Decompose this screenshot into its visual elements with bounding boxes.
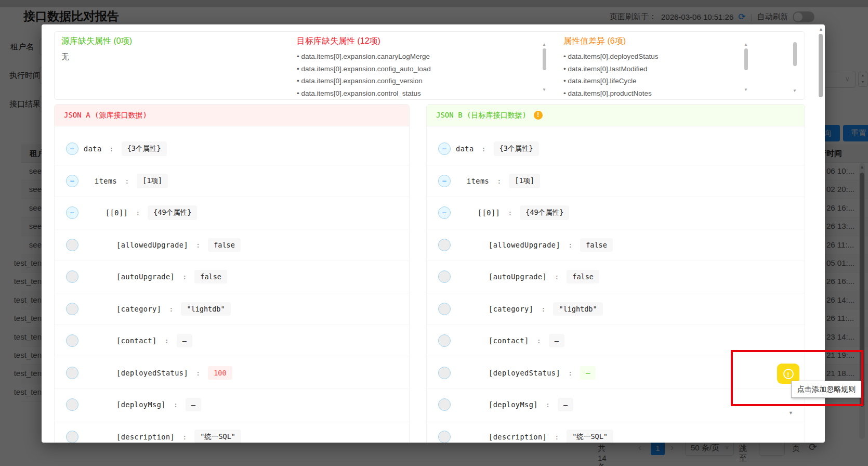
json-colon: :	[125, 177, 129, 185]
leaf-icon[interactable]	[66, 239, 78, 251]
leaf-icon[interactable]	[438, 303, 451, 315]
json-row-content: [description]:"统一SQL"	[116, 421, 241, 443]
scroll-down-icon[interactable]: ▼	[793, 88, 797, 93]
json-value: {49个属性}	[148, 205, 197, 220]
json-key: [deployedStatus]	[489, 369, 560, 377]
json-row-content: [category]:"lightdb"	[116, 293, 231, 325]
json-value: false	[194, 270, 227, 283]
summary-scrollbar[interactable]: ▼	[793, 39, 798, 93]
json-tree-row: −[[0]]:{49个属性}	[427, 197, 805, 229]
json-key: data	[456, 145, 474, 153]
json-colon: :	[497, 177, 501, 185]
scroll-up-icon[interactable]: ▲	[744, 42, 748, 47]
json-key: [contact]	[116, 336, 157, 345]
json-colon: :	[537, 336, 541, 345]
json-row-content: [[0]]:{49个属性}	[478, 197, 569, 229]
json-value: "lightdb"	[553, 302, 602, 316]
json-row-content: [deployedStatus]:–	[489, 357, 596, 389]
list-scrollbar[interactable]: ▲ ▼	[542, 42, 547, 92]
leaf-icon[interactable]	[438, 398, 451, 411]
compare-report-modal: 源库缺失属性 (0项) 无 目标库缺失属性 (12项) • data.items…	[42, 24, 825, 443]
scrollbar-thumb[interactable]	[744, 48, 748, 70]
leaf-icon[interactable]	[66, 431, 78, 443]
leaf-icon[interactable]	[438, 270, 451, 283]
list-scrollbar[interactable]: ▲ ▼	[744, 42, 749, 92]
value-diff-title: 属性值差异 (6项)	[563, 36, 659, 47]
json-tree-row: [category]:"lightdb"	[55, 293, 409, 326]
collapse-icon[interactable]: −	[66, 175, 78, 187]
collapse-icon[interactable]: −	[438, 175, 451, 187]
diff-attr-item: • data.items[0].productNotes	[563, 87, 659, 100]
leaf-icon[interactable]	[438, 431, 451, 443]
json-value: [1项]	[509, 174, 540, 188]
json-tree-row: [category]:"lightdb"	[427, 293, 805, 326]
json-value: "统一SQL"	[567, 430, 613, 443]
json-a-title: JSON A (源库接口数据)	[64, 105, 147, 126]
leaf-icon[interactable]	[438, 239, 451, 251]
json-colon: :	[555, 433, 559, 441]
scrollbar-thumb[interactable]	[819, 34, 823, 97]
json-row-content: [autoUpgrade]:false	[489, 261, 599, 293]
scrollbar-thumb[interactable]	[543, 48, 546, 70]
scroll-up-icon[interactable]: ▲	[542, 42, 546, 47]
json-colon: :	[182, 433, 187, 441]
json-colon: :	[169, 305, 173, 313]
collapse-icon[interactable]: −	[66, 206, 78, 219]
json-key: items	[95, 177, 117, 185]
json-value: {49个属性}	[520, 205, 569, 220]
json-tree-row: −items:[1项]	[55, 165, 409, 198]
json-key: [description]	[489, 433, 547, 441]
json-row-content: [deployMsg]:–	[116, 389, 201, 421]
scrollbar-thumb[interactable]	[793, 42, 797, 66]
json-colon: :	[165, 336, 169, 345]
leaf-icon[interactable]	[66, 270, 78, 283]
collapse-icon[interactable]: −	[438, 143, 451, 155]
json-colon: :	[508, 209, 512, 217]
collapse-icon[interactable]: −	[66, 143, 78, 155]
missing-attr-item: • data.items[0].expansion.config_version	[297, 75, 431, 87]
json-colon: :	[182, 273, 187, 281]
leaf-icon[interactable]	[438, 367, 451, 379]
json-colon: :	[136, 209, 140, 217]
json-value: false	[208, 238, 241, 252]
json-colon: :	[482, 145, 486, 153]
source-missing-title: 源库缺失属性 (0项)	[61, 36, 132, 47]
json-key: data	[84, 145, 102, 153]
json-colon: :	[541, 305, 545, 313]
leaf-icon[interactable]	[66, 334, 78, 347]
json-colon: :	[568, 241, 572, 249]
scroll-down-icon[interactable]: ▼	[744, 87, 748, 92]
json-row-content: [deployedStatus]:100	[116, 357, 232, 389]
json-key: [[0]]	[478, 209, 500, 217]
json-value: 100	[208, 366, 232, 380]
source-missing-section: 源库缺失属性 (0项) 无	[61, 36, 132, 62]
json-tree-row: −data:{3个属性}	[427, 133, 805, 165]
json-key: [allowedUpgrade]	[489, 241, 560, 249]
leaf-icon[interactable]	[66, 367, 78, 379]
json-tree-row: [description]:"统一SQL"	[427, 421, 805, 443]
leaf-icon[interactable]	[66, 398, 78, 411]
json-key: [deployedStatus]	[116, 369, 188, 377]
leaf-icon[interactable]	[66, 303, 78, 315]
collapse-icon[interactable]: −	[438, 206, 451, 219]
scroll-down-icon[interactable]: ▼	[542, 87, 546, 92]
target-missing-section: 目标库缺失属性 (12项) • data.items[0].expansion.…	[297, 36, 431, 99]
json-row-content: [deployMsg]:–	[489, 389, 573, 421]
scroll-up-icon[interactable]: ▲	[819, 27, 823, 32]
value-diff-list: • data.items[0].deployedStatus• data.ite…	[563, 50, 659, 99]
json-colon: :	[555, 273, 559, 281]
json-b-title: JSON B (目标库接口数据)	[436, 105, 527, 126]
json-row-content: items:[1项]	[467, 165, 540, 197]
json-row-content: [contact]:–	[489, 325, 564, 357]
source-missing-empty: 无	[61, 52, 132, 62]
json-key: [autoUpgrade]	[489, 273, 547, 281]
leaf-icon[interactable]	[438, 334, 451, 347]
annotation-highlight-box	[731, 350, 863, 406]
json-tree-row: [deployedStatus]:100	[55, 357, 409, 390]
diff-summary-card: 源库缺失属性 (0项) 无 目标库缺失属性 (12项) • data.items…	[54, 31, 805, 100]
json-key: [autoUpgrade]	[116, 273, 175, 281]
scroll-down-icon[interactable]: ▼	[788, 410, 793, 416]
json-row-content: [autoUpgrade]:false	[116, 261, 227, 293]
json-colon: :	[568, 369, 572, 377]
target-missing-list: • data.items[0].expansion.canaryLogMerge…	[297, 50, 431, 99]
